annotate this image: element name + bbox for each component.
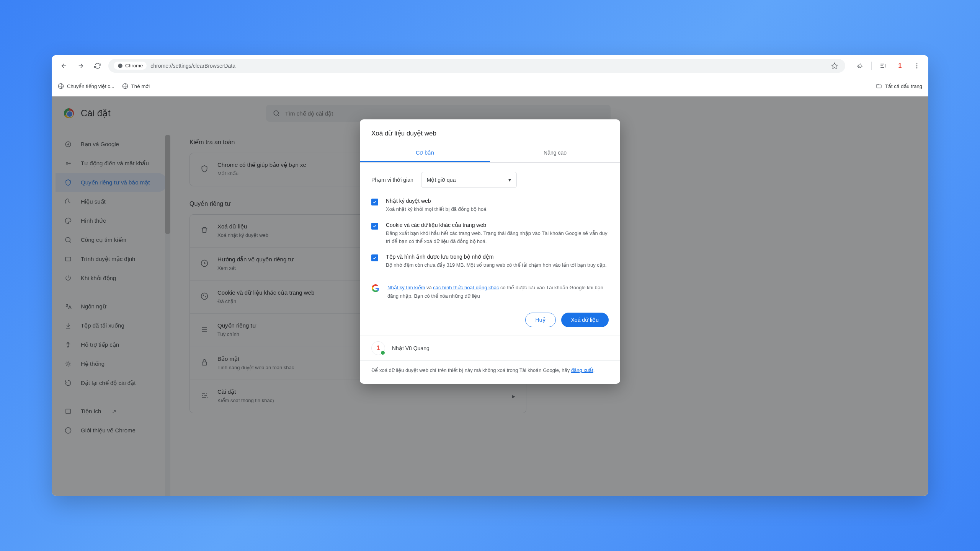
clear-data-dialog: Xoá dữ liệu duyệt web Cơ bản Nâng cao Ph… bbox=[360, 119, 620, 384]
svg-point-1 bbox=[916, 63, 918, 64]
info-text: Nhật ký tìm kiếm và các hình thức hoạt đ… bbox=[387, 284, 609, 300]
url-text: chrome://settings/clearBrowserData bbox=[150, 63, 235, 69]
check-browsing-history: Nhật ký duyệt webXoá nhật ký khỏi mọi th… bbox=[371, 198, 609, 214]
bookmarks-bar: Chuyển tiếng việt c... Thẻ mới Tất cả dấ… bbox=[52, 76, 928, 96]
svg-point-3 bbox=[916, 67, 918, 68]
check-title: Tệp và hình ảnh được lưu trong bộ nhớ đệ… bbox=[386, 254, 609, 260]
google-info-row: Nhật ký tìm kiếm và các hình thức hoạt đ… bbox=[371, 278, 609, 303]
all-bookmarks[interactable]: Tất cả dấu trang bbox=[876, 83, 922, 89]
address-bar[interactable]: Chrome chrome://settings/clearBrowserDat… bbox=[108, 59, 845, 73]
user-avatar: 1 bbox=[371, 341, 385, 355]
time-range-select[interactable]: Một giờ qua ▾ bbox=[421, 172, 517, 188]
tab-basic[interactable]: Cơ bản bbox=[360, 144, 490, 162]
other-activity-link[interactable]: các hình thức hoạt động khác bbox=[433, 285, 499, 290]
sync-badge-icon bbox=[380, 350, 385, 355]
search-history-link[interactable]: Nhật ký tìm kiếm bbox=[387, 285, 425, 290]
toolbar: Chrome chrome://settings/clearBrowserDat… bbox=[52, 55, 928, 76]
bookmark-item[interactable]: Thẻ mới bbox=[122, 83, 150, 89]
user-account-row: 1 Nhật Vũ Quang bbox=[360, 336, 620, 360]
google-icon bbox=[371, 284, 380, 293]
site-chip: Chrome bbox=[114, 62, 147, 70]
check-sub: Xoá nhật ký khỏi mọi thiết bị đã đồng bộ… bbox=[386, 205, 609, 214]
chevron-down-icon: ▾ bbox=[508, 177, 511, 183]
toolbar-right: 1 bbox=[850, 60, 922, 71]
bookmark-label: Chuyển tiếng việt c... bbox=[67, 83, 114, 89]
media-icon[interactable] bbox=[878, 60, 889, 71]
menu-icon[interactable] bbox=[911, 60, 922, 71]
check-cache: Tệp và hình ảnh được lưu trong bộ nhớ đệ… bbox=[371, 254, 609, 269]
extensions-icon[interactable] bbox=[854, 60, 865, 71]
bookmark-label: Thẻ mới bbox=[131, 83, 150, 89]
tab-advanced[interactable]: Nâng cao bbox=[490, 144, 620, 162]
reload-button[interactable] bbox=[91, 60, 104, 72]
check-title: Cookie và các dữ liệu khác của trang web bbox=[386, 222, 609, 228]
signout-link[interactable]: đăng xuất bbox=[571, 367, 593, 373]
user-name: Nhật Vũ Quang bbox=[392, 345, 430, 351]
time-range-row: Phạm vi thời gian Một giờ qua ▾ bbox=[371, 172, 609, 188]
checkbox-cookies[interactable] bbox=[371, 223, 378, 230]
dialog-title: Xoá dữ liệu duyệt web bbox=[360, 119, 620, 144]
check-sub: Bộ nhớ đệm còn chưa đầy 319 MB. Một số t… bbox=[386, 261, 609, 269]
chip-label: Chrome bbox=[125, 63, 143, 68]
star-icon[interactable] bbox=[829, 60, 840, 71]
clear-data-button[interactable]: Xoá dữ liệu bbox=[561, 313, 609, 327]
back-button[interactable] bbox=[58, 60, 70, 72]
check-cookies: Cookie và các dữ liệu khác của trang web… bbox=[371, 222, 609, 246]
signout-note: Để xoá dữ liệu duyệt web chỉ trên thiết … bbox=[360, 360, 620, 384]
svg-point-0 bbox=[118, 64, 122, 68]
dialog-actions: Huỷ Xoá dữ liệu bbox=[360, 306, 620, 336]
cancel-button[interactable]: Huỷ bbox=[525, 313, 556, 327]
divider bbox=[871, 62, 872, 70]
forward-button[interactable] bbox=[75, 60, 87, 72]
check-sub: Đăng xuất bạn khỏi hầu hết các trang web… bbox=[386, 230, 609, 246]
browser-chrome-bar: Chrome chrome://settings/clearBrowserDat… bbox=[52, 55, 928, 96]
time-range-label: Phạm vi thời gian bbox=[371, 177, 413, 183]
dialog-body: Phạm vi thời gian Một giờ qua ▾ Nhật ký … bbox=[360, 163, 620, 306]
all-bookmarks-label: Tất cả dấu trang bbox=[885, 83, 922, 89]
time-range-value: Một giờ qua bbox=[427, 177, 456, 183]
checkbox-history[interactable] bbox=[371, 199, 378, 205]
content-area: Cài đặt Bạn và Google Tự động điền và mậ… bbox=[52, 96, 928, 496]
check-title: Nhật ký duyệt web bbox=[386, 198, 609, 204]
svg-point-2 bbox=[916, 65, 918, 66]
profile-icon[interactable]: 1 bbox=[895, 60, 905, 71]
bookmark-item[interactable]: Chuyển tiếng việt c... bbox=[58, 83, 114, 89]
dialog-tabs: Cơ bản Nâng cao bbox=[360, 144, 620, 163]
checkbox-cache[interactable] bbox=[371, 254, 378, 261]
